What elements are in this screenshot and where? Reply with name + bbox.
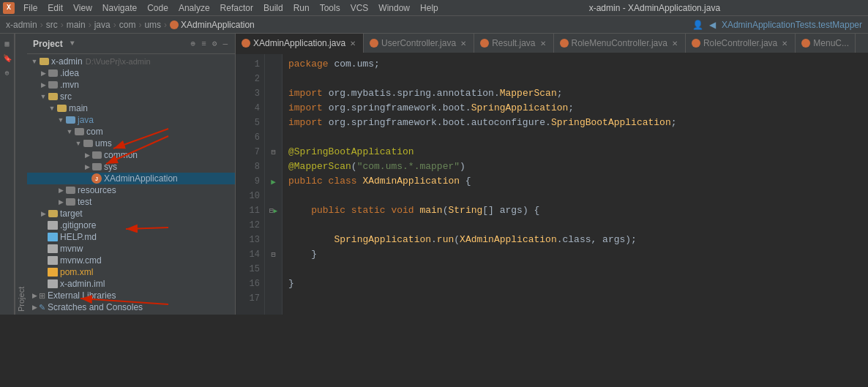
tree-item-main[interactable]: ▼ main	[27, 102, 235, 114]
menu-code[interactable]: Code	[143, 1, 173, 15]
menu-file[interactable]: File	[19, 1, 42, 15]
nav-back-icon[interactable]: ◀	[709, 20, 716, 30]
menu-view[interactable]: View	[69, 1, 97, 15]
strip-icon-3[interactable]: ⊕	[1, 67, 13, 79]
gutter-line-16	[265, 277, 282, 291]
breadcrumb-xadmin[interactable]: x-admin	[6, 20, 37, 30]
menu-navigate[interactable]: Navigate	[98, 1, 141, 15]
folder-icon	[48, 69, 58, 78]
tab-result[interactable]: Result.java ✕	[474, 34, 553, 53]
run-icon-9[interactable]: ▶	[271, 177, 276, 187]
tree-item-idea[interactable]: ▶ .idea	[27, 67, 235, 79]
code-line-12	[288, 218, 862, 233]
folder-icon	[91, 151, 102, 159]
folder-icon	[56, 105, 67, 113]
tab-java-icon	[692, 39, 700, 48]
breadcrumb-com[interactable]: com	[119, 20, 136, 30]
tab-java-icon	[480, 39, 489, 48]
tree-item-helpmd[interactable]: ▶ HELP.md	[27, 231, 235, 243]
tree-item-scratches[interactable]: ▶ ✎ Scratches and Consoles	[27, 301, 235, 313]
tree-item-xadmin[interactable]: ▼ x-admin D:\VuePrj\x-admin	[27, 56, 235, 67]
tab-close-icon[interactable]: ✕	[670, 39, 679, 48]
tab-xadminapplication[interactable]: XAdminApplication.java ✕	[236, 34, 364, 53]
gutter-line-4	[265, 101, 282, 116]
menu-window[interactable]: Window	[374, 1, 414, 15]
tree-label: test	[78, 197, 91, 207]
gutter-line-11: ⊟ ▶	[265, 203, 282, 218]
arrow-icon: ▶	[83, 163, 91, 170]
strip-icon-1[interactable]: ▦	[1, 38, 13, 50]
settings-icon[interactable]: ⚙	[211, 38, 219, 49]
tree-item-mvn[interactable]: ▶ .mvn	[27, 79, 235, 91]
recent-files[interactable]: XAdminApplicationTests.testMapper	[722, 20, 862, 30]
menu-build[interactable]: Build	[259, 1, 288, 15]
folder-icon	[83, 140, 93, 148]
fold-icon-14[interactable]: ⊟	[271, 250, 275, 259]
breadcrumb-src[interactable]: src	[46, 20, 58, 30]
tree-item-pomxml[interactable]: ▶ pom.xml	[27, 266, 235, 278]
tab-close-icon[interactable]: ✕	[539, 39, 547, 48]
tree-item-sys[interactable]: ▶ sys	[27, 161, 235, 173]
breadcrumb-java[interactable]: java	[94, 20, 111, 30]
tab-menuc[interactable]: MenuC...	[796, 34, 856, 53]
breadcrumb-current[interactable]: XAdminApplication	[170, 20, 255, 30]
file-icon	[48, 244, 58, 253]
tree-label: XAdminApplication	[104, 173, 178, 184]
tree-item-gitignore[interactable]: ▶ .gitignore	[27, 219, 235, 231]
tree-item-resources[interactable]: ▶ resources	[27, 184, 235, 196]
tab-label: RoleController.java	[703, 38, 777, 48]
file-icon	[48, 221, 58, 230]
tab-rolecontroller[interactable]: RoleController.java ✕	[686, 34, 796, 53]
tree-item-common[interactable]: ▶ common	[27, 149, 235, 161]
tree-item-xadminapplication[interactable]: ▶ J XAdminApplication	[27, 173, 235, 184]
scratch-icon: ✎	[39, 303, 45, 312]
menu-run[interactable]: Run	[289, 1, 314, 15]
tree-label: src	[60, 91, 72, 102]
project-sidebar-label[interactable]: Project	[15, 34, 27, 315]
tree-item-com[interactable]: ▼ com	[27, 126, 235, 138]
menu-tools[interactable]: Tools	[315, 1, 345, 15]
fold-icon-7[interactable]: ⊟	[271, 148, 275, 157]
tree-label: resources	[78, 185, 116, 195]
lib-icon: ⊞	[39, 291, 45, 301]
menu-edit[interactable]: Edit	[43, 1, 67, 15]
tree-item-src[interactable]: ▼ src	[27, 91, 235, 102]
run-icon-11[interactable]: ▶	[274, 207, 277, 215]
breadcrumb-main[interactable]: main	[67, 20, 86, 30]
profile-icon[interactable]: 👤	[692, 20, 703, 30]
collapse-icon[interactable]: ≡	[200, 39, 208, 49]
file-icon	[48, 233, 58, 241]
tab-close-icon[interactable]: ✕	[780, 39, 789, 48]
menu-analyze[interactable]: Analyze	[174, 1, 214, 15]
menu-help[interactable]: Help	[416, 1, 443, 15]
menu-vcs[interactable]: VCS	[346, 1, 373, 15]
gutter-line-8	[265, 159, 282, 174]
breadcrumb-ums[interactable]: ums	[144, 20, 161, 30]
code-line-5: import org.springframework.boot.autoconf…	[288, 116, 862, 130]
tab-rolemenucontroller[interactable]: RoleMenuController.java ✕	[554, 34, 686, 53]
tab-close-icon[interactable]: ✕	[348, 39, 357, 48]
tab-usercontroller[interactable]: UserController.java ✕	[364, 34, 474, 53]
tree-item-java[interactable]: ▼ java	[27, 114, 235, 126]
tree-item-mvnwcmd[interactable]: ▶ mvnw.cmd	[27, 255, 235, 266]
code-line-7: @SpringBootApplication	[288, 145, 862, 159]
strip-icon-2[interactable]: 🔖	[1, 53, 13, 64]
code-content[interactable]: package com.ums; import org.mybatis.spri…	[283, 54, 868, 315]
tab-close-icon[interactable]: ✕	[459, 39, 468, 48]
tab-label: UserController.java	[381, 38, 456, 48]
menu-refactor[interactable]: Refactor	[216, 1, 258, 15]
close-panel-icon[interactable]: —	[221, 39, 229, 49]
tree-item-ums[interactable]: ▼ ums	[27, 138, 235, 149]
tree-item-test[interactable]: ▶ test	[27, 196, 235, 208]
gutter-line-17	[265, 291, 282, 306]
folder-icon	[48, 81, 58, 89]
panel-dropdown-icon[interactable]: ▼	[70, 40, 75, 48]
tree-item-target[interactable]: ▶ target	[27, 208, 235, 219]
arrow-icon: ▶	[39, 210, 48, 217]
tree-item-extlib[interactable]: ▶ ⊞ External Libraries	[27, 290, 235, 301]
tree-item-iml[interactable]: ▶ x-admin.iml	[27, 278, 235, 290]
tab-java-icon	[370, 39, 378, 48]
tree-item-mvnw[interactable]: ▶ mvnw	[27, 243, 235, 255]
locate-icon[interactable]: ⊕	[190, 38, 198, 49]
tree-label: pom.xml	[60, 267, 93, 277]
